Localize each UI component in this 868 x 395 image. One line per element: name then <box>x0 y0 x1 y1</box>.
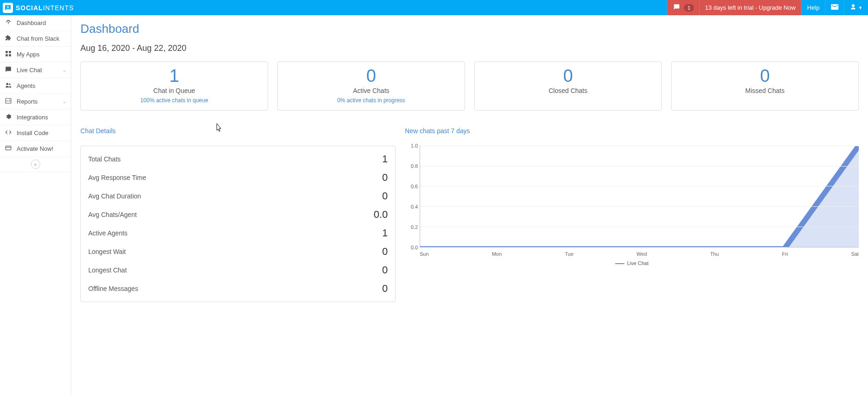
svg-rect-5 <box>9 54 11 56</box>
sidebar-item-label: Dashboard <box>17 19 66 26</box>
detail-value: 0 <box>382 283 388 295</box>
stat-value: 0 <box>676 67 854 86</box>
detail-row-offline-messages: Offline Messages0 <box>88 279 388 298</box>
stat-card-closed-chats[interactable]: 0Closed Chats <box>474 62 662 111</box>
sidebar-item-install-code[interactable]: Install Code <box>0 125 71 141</box>
detail-value: 1 <box>382 227 388 239</box>
caret-down-icon: ▼ <box>858 6 862 10</box>
chart-ytick: 0.6 <box>405 184 418 189</box>
stat-card-active-chats[interactable]: 0Active Chats0% active chats in progress <box>277 62 465 111</box>
user-icon <box>850 4 856 12</box>
detail-row-avg-chat-duration: Avg Chat Duration0 <box>88 187 388 205</box>
trial-upgrade-button[interactable]: 13 days left in trial - Upgrade Now <box>699 0 801 15</box>
brand-area[interactable]: S SOCIALINTENTS <box>0 3 74 13</box>
stat-label: Active Chats <box>282 87 460 94</box>
sidebar-item-my-apps[interactable]: My Apps <box>0 47 71 62</box>
main-content: Dashboard Aug 16, 2020 - Aug 22, 2020 1C… <box>71 15 868 395</box>
detail-row-total-chats: Total Chats1 <box>88 150 388 168</box>
stat-label: Missed Chats <box>676 87 854 94</box>
card-icon <box>5 145 12 153</box>
sidebar-item-label: My Apps <box>17 51 66 58</box>
detail-row-longest-chat: Longest Chat0 <box>88 261 388 279</box>
code-icon <box>5 129 12 137</box>
detail-value: 0 <box>382 246 388 258</box>
svg-point-7 <box>9 84 11 86</box>
stat-label: Closed Chats <box>479 87 657 94</box>
svg-marker-10 <box>420 146 859 247</box>
date-range: Aug 16, 2020 - Aug 22, 2020 <box>80 43 859 53</box>
notifications-button[interactable]: 1 <box>667 0 699 15</box>
sidebar-item-activate-now-[interactable]: Activate Now! <box>0 141 71 157</box>
detail-row-avg-response-time: Avg Response Time0 <box>88 168 388 187</box>
chart-ytick: 0.0 <box>405 245 418 250</box>
envelope-icon <box>831 4 838 11</box>
logo-icon: S <box>3 3 13 13</box>
sidebar-item-label: Chat from Slack <box>17 35 66 42</box>
mail-button[interactable] <box>825 0 844 15</box>
chart-xtick: Sun <box>420 251 429 257</box>
detail-label: Longest Chat <box>88 266 127 274</box>
detail-label: Total Chats <box>88 155 121 163</box>
stat-sublabel: 0% active chats in progress <box>282 97 460 104</box>
stat-value: 1 <box>86 67 263 86</box>
chart-xtick: Wed <box>636 251 647 257</box>
chart-xtick: Tue <box>565 251 574 257</box>
detail-label: Avg Chats/Agent <box>88 211 137 218</box>
sidebar-item-reports[interactable]: Reports⌄ <box>0 94 71 110</box>
detail-label: Avg Response Time <box>88 174 146 181</box>
chart-legend: Live Chat <box>405 260 859 266</box>
detail-row-active-agents: Active Agents1 <box>88 224 388 242</box>
svg-rect-9 <box>6 146 11 150</box>
chat-icon <box>5 66 12 74</box>
svg-point-6 <box>6 83 8 85</box>
chart-xtick: Thu <box>710 251 719 257</box>
detail-label: Longest Wait <box>88 248 126 255</box>
sidebar-item-label: Reports <box>17 98 58 105</box>
new-chats-chart: 0.00.20.40.60.81.0SunMonTueWedThuFriSatL… <box>405 146 859 266</box>
sidebar-item-integrations[interactable]: Integrations <box>0 110 71 125</box>
stat-label: Chat in Queue <box>86 87 263 94</box>
chat-details-card: Total Chats1Avg Response Time0Avg Chat D… <box>80 146 396 302</box>
detail-label: Offline Messages <box>88 285 138 292</box>
chart-xtick: Fri <box>782 251 788 257</box>
chart-ytick: 0.8 <box>405 163 418 169</box>
sidebar-collapse-button[interactable]: « <box>31 160 40 169</box>
sidebar-item-agents[interactable]: Agents <box>0 78 71 94</box>
chart-icon <box>5 98 12 105</box>
legend-label: Live Chat <box>627 260 648 266</box>
chat-bubble-icon <box>673 4 680 12</box>
stat-card-missed-chats[interactable]: 0Missed Chats <box>671 62 859 111</box>
help-button[interactable]: Help <box>801 0 825 15</box>
chart-ytick: 1.0 <box>405 143 418 148</box>
sidebar-item-label: Activate Now! <box>17 145 66 152</box>
stat-value: 0 <box>479 67 657 86</box>
puzzle-icon <box>5 35 12 43</box>
sidebar-item-label: Agents <box>17 82 66 89</box>
chart-xtick: Mon <box>492 251 501 257</box>
svg-point-1 <box>8 22 9 23</box>
svg-text:S: S <box>6 5 9 9</box>
dash-icon <box>5 19 12 27</box>
chart-ytick: 0.4 <box>405 204 418 210</box>
detail-label: Active Agents <box>88 229 128 237</box>
sidebar-item-chat-from-slack[interactable]: Chat from Slack <box>0 31 71 47</box>
help-label: Help <box>807 4 819 11</box>
sidebar-item-live-chat[interactable]: Live Chat⌄ <box>0 62 71 78</box>
chart-ytick: 0.2 <box>405 224 418 230</box>
svg-rect-4 <box>6 54 8 56</box>
chart-title: New chats past 7 days <box>405 127 859 135</box>
svg-rect-2 <box>6 51 8 53</box>
sidebar-item-label: Integrations <box>17 114 66 121</box>
cog-icon <box>5 113 12 121</box>
detail-value: 0 <box>382 264 388 276</box>
chevron-down-icon: ⌄ <box>62 99 66 104</box>
stat-cards-row: 1Chat in Queue100% active chats in queue… <box>80 62 859 111</box>
chat-details-title: Chat Details <box>80 127 396 135</box>
sidebar-item-dashboard[interactable]: Dashboard <box>0 15 71 31</box>
detail-value: 0.0 <box>373 209 388 221</box>
user-menu-button[interactable]: ▼ <box>844 0 868 15</box>
stat-sublabel: 100% active chats in queue <box>86 97 263 104</box>
chevron-down-icon: ⌄ <box>62 68 66 73</box>
legend-swatch <box>615 263 624 264</box>
stat-card-chat-in-queue[interactable]: 1Chat in Queue100% active chats in queue <box>80 62 268 111</box>
